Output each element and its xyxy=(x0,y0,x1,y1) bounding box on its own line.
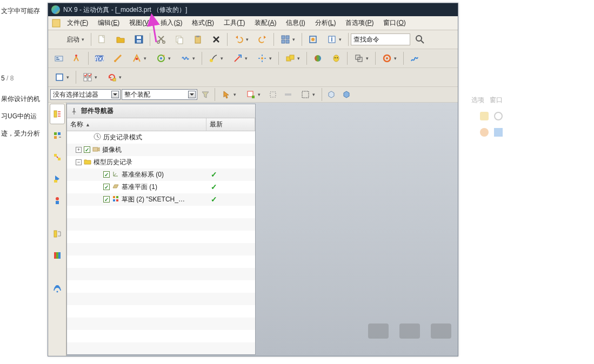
menu-o[interactable]: 窗口(O) xyxy=(378,17,410,29)
copy-button[interactable] xyxy=(171,31,188,48)
expand-toggle[interactable]: + xyxy=(76,147,82,153)
grid-view-button[interactable]: ▾ xyxy=(276,31,299,48)
marker-button[interactable]: ▾ xyxy=(204,50,228,66)
visibility-checkbox[interactable] xyxy=(103,184,110,190)
column-latest[interactable]: 最新 xyxy=(206,118,255,131)
new-button[interactable] xyxy=(94,31,111,48)
menu-s[interactable]: 插入(S) xyxy=(156,17,187,29)
menu-f[interactable]: 文件(F) xyxy=(62,17,93,29)
csys-icon xyxy=(112,170,119,179)
paste-button[interactable] xyxy=(189,31,206,48)
roles-tab[interactable] xyxy=(50,245,65,266)
open-button[interactable] xyxy=(112,31,129,48)
contact-button[interactable]: ▾ xyxy=(281,50,304,66)
chevron-down-icon[interactable] xyxy=(111,91,119,98)
constraint-navigator-tab[interactable] xyxy=(50,147,65,167)
force-button[interactable]: ▾ xyxy=(229,50,252,66)
visibility-checkbox[interactable] xyxy=(103,196,110,203)
titlebar[interactable]: NX 9 - 运动仿真 - [_model3.prt （修改的）] xyxy=(48,3,458,16)
driver-button[interactable]: ▾ xyxy=(152,50,175,66)
solve-button[interactable]: ▾ xyxy=(378,50,401,66)
expand-toggle[interactable]: − xyxy=(76,159,82,165)
menu-l[interactable]: 分析(L) xyxy=(310,17,341,29)
undo-button[interactable]: ▾ xyxy=(230,31,253,48)
tree-row[interactable]: −模型历史记录 xyxy=(67,156,255,168)
marquee-button[interactable]: ▾ xyxy=(296,88,319,101)
tree-row[interactable]: 基准坐标系 (0)✓ xyxy=(67,168,255,181)
rect-select-button[interactable]: ▾ xyxy=(50,69,74,85)
assembly-navigator-tab[interactable] xyxy=(50,125,65,146)
svg-rect-56 xyxy=(58,158,61,160)
color-button[interactable] xyxy=(309,50,326,66)
page-indicator: 5 / 8 xyxy=(1,68,49,87)
menu-r[interactable]: 格式(R) xyxy=(187,17,219,29)
command-search[interactable]: 查找命令 xyxy=(351,33,410,45)
joint-button[interactable] xyxy=(109,50,126,66)
cut-button[interactable] xyxy=(152,31,170,48)
pick-arrow-button[interactable]: ▾ xyxy=(217,88,241,101)
search-go-button[interactable] xyxy=(411,31,429,48)
svg-point-6 xyxy=(163,41,165,43)
assembly-combo[interactable]: 整个装配 xyxy=(122,89,197,100)
pick-add-button[interactable]: ▾ xyxy=(242,88,265,101)
delete-button[interactable] xyxy=(208,31,225,48)
box1-button[interactable] xyxy=(324,88,338,101)
tree-row[interactable]: 历史记录模式 xyxy=(67,131,255,144)
background-window: 选项窗口 xyxy=(459,92,508,232)
svg-rect-62 xyxy=(56,252,58,259)
filter-combo[interactable]: 没有选择过滤器 xyxy=(50,89,121,100)
fx-button[interactable]: f(x) xyxy=(91,50,108,66)
constraint-button[interactable]: ▾ xyxy=(128,50,151,66)
part-navigator-tab[interactable] xyxy=(50,104,65,124)
graphics-viewport[interactable] xyxy=(257,103,458,356)
navigator-columns[interactable]: 名称▲ 最新 xyxy=(67,118,255,131)
history-tab[interactable] xyxy=(50,224,65,244)
touch-button[interactable] xyxy=(304,31,322,48)
menu-corner-icon[interactable] xyxy=(50,18,62,28)
svg-rect-13 xyxy=(282,40,285,43)
chevron-down-icon[interactable] xyxy=(188,91,196,98)
menu-t[interactable]: 工具(T) xyxy=(219,17,250,29)
menu-v[interactable]: 视图(V) xyxy=(124,17,156,29)
save-button[interactable] xyxy=(130,31,148,48)
camera-icon xyxy=(92,145,100,154)
simulation-button[interactable] xyxy=(50,50,68,66)
spring-button[interactable]: ▾ xyxy=(176,50,199,66)
menu-e[interactable]: 编辑(E) xyxy=(93,17,124,29)
visibility-checkbox[interactable] xyxy=(84,146,90,153)
filter-icon-button[interactable] xyxy=(198,88,212,101)
svg-rect-66 xyxy=(93,147,98,151)
redo-button[interactable] xyxy=(254,31,271,48)
svg-rect-3 xyxy=(137,36,141,39)
tree-row[interactable]: +摄像机 xyxy=(67,144,255,156)
web-tab[interactable] xyxy=(50,279,65,299)
menu-i[interactable]: 信息(I) xyxy=(281,17,310,29)
navigator-tree[interactable]: 历史记录模式+摄像机−模型历史记录基准坐标系 (0)✓基准平面 (1)✓草图 (… xyxy=(67,131,255,354)
start-button[interactable]: 启动 ▾ xyxy=(50,31,89,48)
tree-row[interactable]: 草图 (2) "SKETCH_…✓ xyxy=(67,193,255,206)
sensor-button[interactable]: ▾ xyxy=(253,50,276,66)
menu-p[interactable]: 首选项(P) xyxy=(341,17,378,29)
opt2-button[interactable] xyxy=(281,88,295,101)
svg-rect-14 xyxy=(286,40,289,43)
graph-button[interactable] xyxy=(406,50,423,66)
column-name[interactable]: 名称▲ xyxy=(67,118,206,131)
visibility-checkbox[interactable] xyxy=(103,171,110,178)
link-button[interactable] xyxy=(69,50,86,66)
animate-button[interactable] xyxy=(328,50,345,66)
hd3d-tab[interactable] xyxy=(50,190,65,211)
reuse-library-tab[interactable] xyxy=(50,168,65,189)
tree-row[interactable]: 基准平面 (1)✓ xyxy=(67,181,255,193)
svg-point-23 xyxy=(75,55,77,57)
opt1-button[interactable] xyxy=(266,88,280,101)
box2-button[interactable] xyxy=(339,88,353,101)
tree-label: 草图 (2) "SKETCH_… xyxy=(122,195,185,204)
nx-logo-icon xyxy=(51,5,60,14)
svg-rect-60 xyxy=(54,231,57,237)
info-button[interactable]: i▾ xyxy=(323,31,346,48)
menu-a[interactable]: 装配(A) xyxy=(250,17,281,29)
refresh-button[interactable]: ▾ xyxy=(103,69,126,85)
check-grid-button[interactable]: ▾ xyxy=(78,69,102,85)
copy-geom-button[interactable]: ▾ xyxy=(350,50,373,66)
pin-icon[interactable] xyxy=(70,107,78,115)
